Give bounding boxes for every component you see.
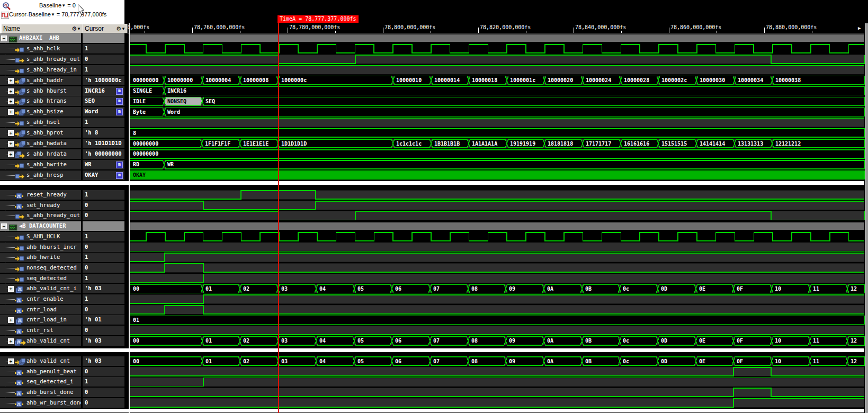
wave-s_ahb_htrans[interactable]: IDLENONSEQSEQ bbox=[130, 97, 864, 106]
wave-set_hready[interactable] bbox=[130, 201, 864, 210]
cursor-value-row[interactable]: 1 bbox=[83, 190, 124, 200]
bus-segment[interactable] bbox=[130, 171, 864, 179]
wave-s_ahb_hrdata[interactable]: 00000000 bbox=[130, 149, 864, 158]
bus-segment[interactable] bbox=[164, 107, 864, 116]
mnemonic-map-icon[interactable]: m bbox=[116, 109, 123, 115]
name-header-gear-icon[interactable]: ⚙▼ bbox=[71, 25, 81, 32]
cursor-value-row[interactable]: 'h 03 bbox=[83, 356, 124, 366]
bus-segment[interactable] bbox=[130, 150, 864, 158]
bus-segment[interactable] bbox=[202, 97, 864, 105]
signal-row-s_ahb_hready_in[interactable]: s_ahb_hready_in bbox=[0, 65, 81, 75]
signal-name-panel[interactable]: −AHB2AXI__AHBs_ahb_hclks_ahb_hready_outs… bbox=[0, 33, 81, 413]
wave-seq_detected[interactable] bbox=[130, 274, 864, 283]
wave-s_ahb_hready_in[interactable] bbox=[130, 65, 864, 74]
expand-toggle-icon[interactable]: + bbox=[8, 141, 14, 147]
cursor-value-row[interactable]: 'h 03 bbox=[83, 284, 124, 293]
expand-toggle-icon[interactable]: + bbox=[8, 286, 14, 292]
cursor-value-row[interactable]: 0 bbox=[83, 243, 124, 252]
cursor-value-row[interactable] bbox=[83, 221, 124, 231]
cursor-baseline-dropdown-icon[interactable]: ▼ bbox=[51, 12, 55, 17]
collapse-toggle-icon[interactable]: − bbox=[1, 223, 7, 229]
expand-toggle-icon[interactable]: + bbox=[8, 338, 14, 344]
mnemonic-map-icon[interactable]: m bbox=[116, 172, 123, 179]
cursor-value-row[interactable]: 0 bbox=[83, 55, 124, 64]
signal-row-set_hready[interactable]: set_hready bbox=[0, 201, 81, 210]
signal-row-s_ahb_hwrite[interactable]: s_ahb_hwrite bbox=[0, 160, 81, 169]
signal-row-s_ahb_hclk[interactable]: s_ahb_hclk bbox=[0, 44, 81, 53]
signal-row-s_ahb_haddr[interactable]: +s_ahb_haddr bbox=[0, 76, 81, 85]
cursor-value-row[interactable]: 1 bbox=[83, 65, 124, 75]
wave-s_ahb_hready_out[interactable] bbox=[130, 55, 864, 64]
bus-segment[interactable] bbox=[130, 357, 202, 365]
signal-row-ahb_penult_beat[interactable]: ahb_penult_beat bbox=[0, 367, 81, 376]
cursor-header-gear-icon[interactable]: ⚙▼ bbox=[116, 25, 126, 32]
cursor-value-row[interactable]: 0 bbox=[83, 398, 124, 408]
expand-toggle-icon[interactable]: + bbox=[8, 151, 14, 157]
cursor-value-row[interactable]: 0 bbox=[83, 263, 124, 273]
vertical-scrollbar[interactable] bbox=[865, 23, 868, 413]
expand-toggle-icon[interactable]: + bbox=[8, 109, 14, 115]
signal-row-ahb_valid_cnt_i[interactable]: +ahb_valid_cnt_i bbox=[0, 284, 81, 293]
cursor-baseline-readout[interactable]: Cursor-Baseline▼ = 78,777,377,000fs bbox=[9, 11, 106, 17]
cursor-value-row[interactable]: 'h 8 bbox=[83, 128, 124, 138]
signal-row-s_ahb_hprot[interactable]: +s_ahb_hprot bbox=[0, 128, 81, 138]
group-separator[interactable] bbox=[0, 409, 864, 412]
baseline-dropdown-icon[interactable]: ▼ bbox=[61, 3, 66, 8]
wave-cntr_load_in[interactable]: 01 bbox=[130, 316, 864, 325]
wave-ahb_valid_cnt_i[interactable]: 000102030405060708090A0B0c0D0E0F101112 bbox=[130, 284, 864, 293]
cursor-value-row[interactable]: 1 bbox=[83, 44, 124, 53]
signal-row-s_ahb_hsel[interactable]: s_ahb_hsel bbox=[0, 118, 81, 127]
wave-reset_hready[interactable] bbox=[130, 191, 864, 200]
cursor-value-row[interactable]: 1 bbox=[83, 294, 124, 304]
group-separator[interactable] bbox=[0, 181, 864, 185]
cursor-value-row[interactable]: 0 bbox=[83, 211, 124, 220]
baseline-readout[interactable]: Baseline▼ = 0 bbox=[39, 2, 76, 8]
signal-row-s_ahb_hsize[interactable]: +s_ahb_hsize bbox=[0, 107, 81, 116]
signal-row-ahb_burst_done[interactable]: ahb_burst_done bbox=[0, 388, 81, 397]
wave-s_ahb_hwrite[interactable]: RDWR bbox=[130, 160, 864, 169]
wave-nonseq_detected[interactable] bbox=[130, 263, 864, 272]
mnemonic-map-icon[interactable]: m bbox=[116, 88, 123, 95]
signal-row-ahb_wr_burst_done[interactable]: ahb_wr_burst_done bbox=[0, 398, 81, 408]
wave-ahb_penult_beat[interactable] bbox=[130, 367, 864, 376]
cursor-value-row[interactable]: 0 bbox=[83, 367, 124, 376]
bus-segment[interactable] bbox=[130, 337, 202, 345]
wave-cntr_load[interactable] bbox=[130, 305, 864, 314]
signal-row-cntr_enable[interactable]: cntr_enable bbox=[0, 294, 81, 304]
signal-row-cntr_rst[interactable]: cntr_rst bbox=[0, 326, 81, 335]
expand-toggle-icon[interactable]: + bbox=[8, 98, 14, 104]
signal-row-cntr_load_in[interactable]: +cntr_load_in bbox=[0, 315, 81, 325]
panel-wave-divider[interactable] bbox=[129, 23, 130, 413]
wave-s_ahb_hresp[interactable]: OKAY bbox=[130, 170, 864, 179]
cursor-value-row[interactable]: 'h 03 bbox=[83, 336, 124, 346]
cursor-value-row[interactable]: 1 bbox=[83, 253, 124, 262]
bus-segment[interactable] bbox=[164, 87, 864, 95]
signal-row-ahb_hwrite[interactable]: ahb_hwrite bbox=[0, 253, 81, 262]
cursor-value-row[interactable]: INCR16m bbox=[83, 86, 124, 96]
zoom-tool-icon[interactable] bbox=[2, 2, 11, 10]
cursor-value-row[interactable]: 0 bbox=[83, 201, 124, 210]
signal-row-s_ahb_hrdata[interactable]: +s_ahb_hrdata bbox=[0, 149, 81, 159]
cursor-value-row[interactable]: 'h 00000000 bbox=[83, 149, 124, 159]
signal-row-s_ahb_hready_out[interactable]: s_ahb_hready_out bbox=[0, 55, 81, 64]
expand-toggle-icon[interactable]: + bbox=[8, 130, 14, 136]
time-cursor-line[interactable] bbox=[278, 23, 279, 413]
signal-row-s_ahb_htrans[interactable]: +s_ahb_htrans bbox=[0, 96, 81, 106]
signal-row-s_ahb_hwdata[interactable]: +s_ahb_hwdata bbox=[0, 139, 81, 148]
mnemonic-map-icon[interactable]: m bbox=[116, 161, 123, 168]
mnemonic-map-icon[interactable]: m bbox=[116, 98, 123, 105]
signal-row-cntr_load[interactable]: cntr_load bbox=[0, 305, 81, 315]
expand-toggle-icon[interactable]: + bbox=[8, 317, 14, 323]
expand-toggle-icon[interactable]: + bbox=[8, 78, 14, 84]
cursor-value-row[interactable]: SEQm bbox=[83, 96, 124, 106]
wave-s_ahb_hwdata[interactable]: 000000001F1F1F1F1E1E1E1E1D1D1D1D1c1c1c1c… bbox=[130, 139, 864, 148]
cursor-value-row[interactable]: 'h 1D1D1D1D bbox=[83, 139, 124, 148]
signal-row-seq_detected[interactable]: seq_detected bbox=[0, 274, 81, 283]
collapse-toggle-icon[interactable]: − bbox=[1, 35, 7, 41]
signal-row-s_ahb_hburst[interactable]: +s_ahb_hburst bbox=[0, 86, 81, 96]
cursor-value-row[interactable]: 'h 1000000c bbox=[83, 76, 124, 85]
signal-row-ahb_valid_cnt[interactable]: +ahb_valid_cnt bbox=[0, 336, 81, 346]
cursor-value-row[interactable]: 'h 01 bbox=[83, 315, 124, 325]
wave-S_AHB_HCLK[interactable] bbox=[130, 232, 864, 241]
signal-row-s_ahb_hresp[interactable]: s_ahb_hresp bbox=[0, 170, 81, 180]
